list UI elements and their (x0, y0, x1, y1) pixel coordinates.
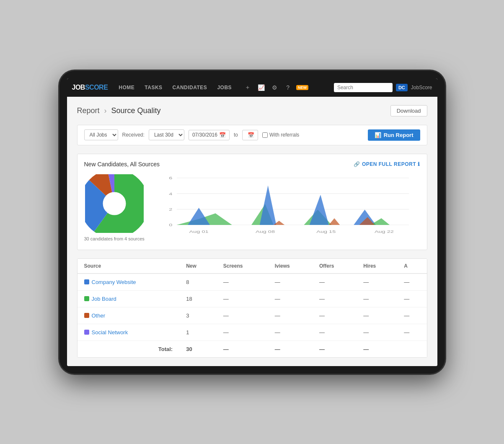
date-to[interactable]: 📅 (242, 130, 258, 140)
new-badge: NEW (296, 85, 308, 90)
source-link[interactable]: Other (84, 312, 173, 319)
open-full-report-label: OPEN FULL REPORT (362, 161, 416, 167)
table-row: Social Network 1 — — — — — (78, 324, 427, 341)
iviews-cell: — (268, 274, 313, 291)
total-offers-cell: — (313, 341, 357, 357)
a-cell: — (397, 274, 426, 291)
table-row: Other 3 — — — — — (78, 307, 427, 324)
source-name: Other (92, 312, 106, 319)
offers-cell: — (313, 274, 357, 291)
iviews-cell: — (268, 307, 313, 324)
download-button[interactable]: Download (390, 105, 427, 116)
open-full-report-button[interactable]: 🔗 OPEN FULL REPORT ℹ (354, 161, 420, 167)
filters-row: All Jobs Received: Last 30d 07/30/2016 📅… (77, 125, 427, 145)
nav-search: DC JobScore (334, 83, 432, 92)
date-from-value: 07/30/2016 (192, 132, 217, 138)
table-container: Source New Screens Iviews Offers Hires A (77, 258, 427, 358)
with-referrals-checkbox[interactable] (262, 132, 268, 138)
period-select[interactable]: Last 30d (149, 129, 184, 140)
source-cell: Social Network (78, 324, 180, 341)
run-report-icon: 📊 (375, 132, 381, 138)
source-link[interactable]: Job Board (84, 296, 173, 302)
iviews-cell: — (268, 324, 313, 341)
svg-text:Aug 08: Aug 08 (256, 229, 275, 234)
svg-marker-15 (260, 185, 277, 225)
source-dot (84, 313, 89, 318)
a-cell: — (397, 307, 426, 324)
total-hires-cell: — (357, 341, 397, 357)
nav-jobs[interactable]: JOBS (215, 83, 234, 92)
nav-tasks[interactable]: TASKS (142, 83, 165, 92)
plus-icon[interactable]: ＋ (243, 83, 253, 93)
source-cell: Job Board (78, 290, 180, 307)
run-report-button[interactable]: 📊 Run Report (368, 129, 420, 141)
breadcrumb-root: Report (77, 106, 100, 115)
table-header-row: Source New Screens Iviews Offers Hires A (78, 259, 427, 274)
a-cell: — (397, 324, 426, 341)
info-icon: ℹ (418, 161, 420, 167)
svg-text:4: 4 (169, 191, 172, 196)
col-offers: Offers (313, 259, 357, 274)
source-cell: Other (78, 307, 180, 324)
chart-section: New Candidates, All Sources 🔗 OPEN FULL … (77, 154, 427, 250)
svg-text:2: 2 (169, 207, 172, 212)
user-name: JobScore (411, 85, 432, 90)
tablet-screen: JOBSCORE HOME TASKS CANDIDATES JOBS ＋ 📈 … (67, 78, 437, 366)
main-content: Report › Source Quality Download All Job… (67, 97, 437, 366)
offers-cell: — (313, 290, 357, 307)
hires-cell: — (357, 274, 397, 291)
svg-text:0: 0 (169, 222, 172, 227)
offers-cell: — (313, 324, 357, 341)
nav-candidates[interactable]: CANDIDATES (170, 83, 210, 92)
user-badge: DC (396, 84, 408, 91)
gear-icon[interactable]: ⚙ (269, 83, 279, 93)
chart-icon[interactable]: 📈 (256, 83, 266, 93)
source-dot (84, 296, 89, 301)
source-name: Social Network (92, 329, 128, 336)
navbar: JOBSCORE HOME TASKS CANDIDATES JOBS ＋ 📈 … (67, 78, 437, 97)
new-count-cell: 18 (179, 290, 217, 307)
total-row: Total: 30 — — — — (78, 341, 427, 357)
jobs-select[interactable]: All Jobs (84, 129, 118, 140)
data-table: Source New Screens Iviews Offers Hires A (78, 259, 427, 357)
col-source: Source (78, 259, 180, 274)
screens-cell: — (217, 307, 268, 324)
offers-cell: — (313, 307, 357, 324)
calendar-from-icon: 📅 (219, 132, 226, 138)
tablet-frame: JOBSCORE HOME TASKS CANDIDATES JOBS ＋ 📈 … (59, 71, 445, 374)
source-link[interactable]: Social Network (84, 329, 173, 336)
with-referrals-label[interactable]: With referrals (262, 132, 299, 138)
hires-cell: — (357, 290, 397, 307)
nav-home[interactable]: HOME (116, 83, 137, 92)
source-link[interactable]: Company Website (84, 279, 173, 285)
chart-header: New Candidates, All Sources 🔗 OPEN FULL … (84, 161, 420, 168)
svg-marker-18 (309, 194, 328, 225)
pie-chart (85, 174, 144, 233)
screens-cell: — (217, 290, 268, 307)
source-dot (84, 279, 89, 284)
date-from[interactable]: 07/30/2016 📅 (189, 130, 230, 140)
breadcrumb-sep: › (104, 106, 107, 115)
source-name: Job Board (92, 296, 116, 302)
a-cell: — (397, 290, 426, 307)
new-count-cell: 3 (179, 307, 217, 324)
hires-cell: — (357, 307, 397, 324)
col-iviews: Iviews (268, 259, 313, 274)
run-report-label: Run Report (384, 132, 414, 138)
screens-cell: — (217, 274, 268, 291)
total-a-cell (397, 341, 426, 357)
total-new-cell: 30 (179, 341, 217, 357)
search-input[interactable] (334, 83, 393, 92)
nav-icons: ＋ 📈 ⚙ ? NEW (243, 83, 308, 93)
line-chart-container: 6 4 2 0 (155, 174, 420, 243)
date-connector: to (234, 132, 238, 138)
logo-job: JOB (72, 84, 85, 91)
svg-text:Aug 01: Aug 01 (189, 229, 208, 234)
help-icon[interactable]: ? (283, 83, 293, 93)
svg-marker-19 (329, 218, 340, 225)
breadcrumb-current: Source Quality (111, 106, 161, 115)
open-full-report-icon: 🔗 (354, 161, 360, 167)
source-dot (84, 330, 89, 335)
svg-text:Aug 15: Aug 15 (316, 229, 336, 234)
logo: JOBSCORE (72, 84, 108, 91)
